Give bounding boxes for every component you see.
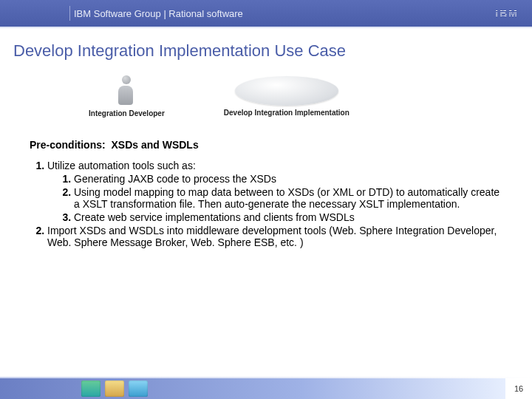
slide-footer: 16 <box>0 378 532 399</box>
header-underline <box>0 27 532 28</box>
footer-icon <box>129 381 148 397</box>
body-content: Pre-conditions: XSDs and WSDLs Utilize a… <box>30 139 505 248</box>
step-1-text: Utilize automation tools such as: <box>47 160 196 171</box>
step-1-3: Create web service implementations and c… <box>74 211 505 223</box>
preconditions-value: XSDs and WSDLs <box>111 139 198 151</box>
slide-header: IBM Software Group | Rational software I… <box>0 0 532 27</box>
header-text: IBM Software Group | Rational software <box>74 8 243 19</box>
footer-icons <box>81 378 148 399</box>
footer-icon <box>105 381 124 397</box>
footer-icon <box>81 381 100 397</box>
page-number: 16 <box>505 378 532 399</box>
steps-list: Utilize automation tools such as: Genera… <box>34 160 505 248</box>
step-1-sublist: Generating JAXB code to process the XSDs… <box>61 173 505 223</box>
step-1-1: Generating JAXB code to process the XSDs <box>74 173 505 185</box>
step-2: Import XSDs and WSDLs into middleware de… <box>47 225 505 248</box>
person-icon <box>118 75 134 106</box>
step-1: Utilize automation tools such as: Genera… <box>47 160 505 223</box>
header-divider <box>69 6 70 21</box>
step-1-2: Using model mapping to map data between … <box>74 186 505 210</box>
preconditions: Pre-conditions: XSDs and WSDLs <box>30 139 505 151</box>
actor: Integration Developer <box>89 75 165 117</box>
step-1-1-text: Generating JAXB code to process the XSDs <box>74 173 276 185</box>
footer-bar <box>0 378 505 399</box>
usecase-node: Develop Integration Implementation <box>224 76 349 117</box>
ibm-logo: IBM <box>495 7 519 19</box>
step-1-2-text: Using model mapping to map data between … <box>74 186 499 210</box>
actor-label: Integration Developer <box>89 109 165 117</box>
step-1-3-text: Create web service implementations and c… <box>74 211 355 223</box>
ellipse-icon <box>235 76 338 106</box>
slide-title: Develop Integration Implementation Use C… <box>13 41 532 61</box>
usecase-diagram: Integration Developer Develop Integratio… <box>89 66 532 126</box>
preconditions-label: Pre-conditions: <box>30 139 106 151</box>
step-2-text: Import XSDs and WSDLs into middleware de… <box>47 225 497 248</box>
usecase-label: Develop Integration Implementation <box>224 109 349 117</box>
